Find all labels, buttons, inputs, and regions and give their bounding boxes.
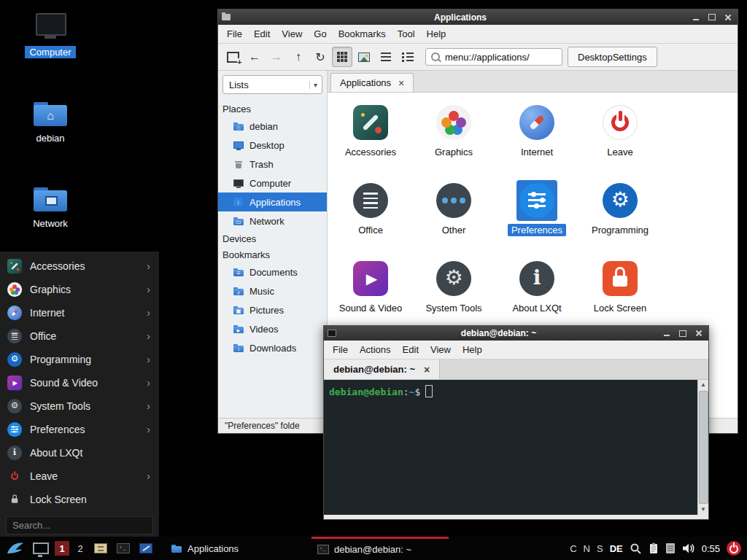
workspace-1-button[interactable]: 1 [55, 541, 69, 556]
show-desktop-button[interactable] [31, 538, 51, 559]
tab-applications[interactable]: Applications × [330, 73, 414, 92]
menu-item-lock-screen[interactable]: Lock Screen [0, 488, 159, 511]
sidebar-item-desktop[interactable]: Desktop [218, 136, 327, 155]
workspace-2-button[interactable]: 2 [73, 541, 88, 556]
window-resize-strip[interactable] [324, 515, 708, 519]
menu-item-sound-video[interactable]: Sound & Video › [0, 371, 159, 394]
up-button[interactable]: ↑ [288, 47, 309, 67]
clipboard-tray-icon[interactable] [649, 542, 659, 554]
sidebar-item-applications[interactable]: Applications [218, 192, 327, 211]
keyboard-layout-indicator[interactable]: DE [610, 543, 623, 554]
scrollbar[interactable]: ▲ ▼ [697, 380, 708, 515]
refresh-button[interactable]: ↻ [310, 47, 330, 67]
app-system-tools[interactable]: System Tools [412, 256, 495, 334]
menu-view[interactable]: View [425, 341, 457, 359]
app-sound-video[interactable]: Sound & Video [329, 256, 412, 334]
clock[interactable]: 0:55 [702, 543, 720, 554]
file-manager-menubar: File Edit View Go Bookmarks Tool Help [218, 25, 738, 44]
quicklaunch-terminal[interactable] [114, 539, 133, 558]
app-office[interactable]: Office [329, 178, 412, 256]
menu-item-preferences[interactable]: Preferences › [0, 418, 159, 441]
menu-item-office[interactable]: Office › [0, 324, 159, 348]
file-manager-titlebar[interactable]: Applications [218, 9, 738, 25]
sidebar-item-network[interactable]: Network [218, 211, 327, 230]
desktop-icon-computer[interactable]: Computer [16, 13, 85, 58]
sidebar-item-videos[interactable]: Videos [218, 319, 327, 338]
sidebar-mode-select[interactable]: Lists ▾ [222, 75, 322, 94]
quicklaunch-editor[interactable] [136, 539, 155, 558]
menu-item-about-lxqt[interactable]: About LXQt [0, 441, 159, 464]
menu-item-leave[interactable]: Leave › [0, 464, 159, 488]
app-other[interactable]: Other [412, 178, 495, 256]
sidebar-item-documents[interactable]: Documents [218, 262, 327, 281]
menu-file[interactable]: File [327, 341, 354, 359]
scroll-down-icon[interactable]: ▼ [700, 505, 706, 514]
close-button[interactable] [722, 12, 734, 23]
app-programming[interactable]: Programming [578, 178, 662, 256]
minimize-button[interactable] [661, 328, 673, 338]
app-about-lxqt[interactable]: About LXQt [495, 256, 578, 334]
sidebar-item-trash[interactable]: Trash [218, 155, 327, 174]
menu-view[interactable]: View [276, 25, 308, 43]
app-preferences[interactable]: Preferences [495, 178, 578, 256]
power-button[interactable] [727, 541, 741, 556]
panel-box-tray-icon[interactable] [665, 542, 676, 554]
tab-close-icon[interactable]: × [398, 78, 404, 88]
desktop-icon-network[interactable]: Network [16, 186, 85, 230]
menu-actions[interactable]: Actions [354, 341, 397, 359]
sidebar-item-downloads[interactable]: Downloads [218, 338, 327, 357]
thumbnail-view-button[interactable] [354, 47, 374, 67]
app-leave[interactable]: Leave [578, 100, 662, 178]
close-button[interactable] [693, 328, 705, 338]
forward-button[interactable]: → [266, 47, 287, 67]
menu-help[interactable]: Help [421, 25, 452, 43]
menu-tool[interactable]: Tool [392, 25, 421, 43]
icon-view-button[interactable] [332, 47, 352, 67]
menu-item-system-tools[interactable]: System Tools › [0, 394, 159, 418]
menu-search-input[interactable] [6, 516, 153, 534]
app-accessories[interactable]: Accessories [329, 100, 412, 178]
app-lock-screen[interactable]: Lock Screen [578, 256, 662, 334]
scrollbar-thumb[interactable] [699, 391, 708, 504]
menu-help[interactable]: Help [457, 341, 488, 359]
maximize-button[interactable] [677, 328, 689, 338]
terminal-view[interactable]: debian@debian:~$ [324, 380, 697, 515]
maximize-button[interactable] [706, 12, 718, 23]
terminal-tab[interactable]: debian@debian: ~ × [324, 359, 440, 379]
detailed-view-button[interactable] [398, 47, 418, 67]
menu-item-programming[interactable]: Programming › [0, 348, 159, 371]
desktop-settings-button[interactable]: DesktopSettings [568, 47, 657, 67]
menu-edit[interactable]: Edit [248, 25, 276, 43]
sidebar-item-music[interactable]: Music [218, 281, 327, 300]
tab-close-icon[interactable]: × [424, 365, 430, 375]
back-button[interactable]: ← [244, 47, 265, 67]
menu-go[interactable]: Go [308, 25, 332, 43]
menu-edit[interactable]: Edit [397, 341, 425, 359]
magnifier-tray-icon[interactable] [630, 542, 642, 555]
minimize-button[interactable] [690, 12, 702, 23]
menu-item-graphics[interactable]: Graphics › [0, 278, 159, 301]
start-menu-button[interactable] [4, 538, 27, 559]
sidebar-item-pictures[interactable]: Pictures [218, 300, 327, 319]
menu-item-accessories[interactable]: Accessories › [0, 254, 159, 278]
forward-icon: → [271, 50, 282, 63]
new-tab-button[interactable] [222, 47, 243, 67]
desktop: Computer ⌂ debian Network Accessories › … [0, 0, 747, 560]
app-internet[interactable]: Internet [495, 100, 578, 178]
task-applications[interactable]: Applications [165, 537, 308, 560]
sidebar-item-debian[interactable]: debian [218, 117, 327, 136]
sidebar-item-computer[interactable]: Computer [218, 174, 327, 192]
quicklaunch-file-manager[interactable] [91, 539, 110, 558]
menu-bookmarks[interactable]: Bookmarks [333, 25, 392, 43]
app-graphics[interactable]: Graphics [412, 100, 495, 178]
folder-documents-icon [233, 266, 244, 278]
menu-file[interactable]: File [221, 25, 248, 43]
desktop-icon-debian[interactable]: ⌂ debian [16, 101, 85, 144]
scroll-up-icon[interactable]: ▲ [700, 381, 706, 389]
terminal-titlebar[interactable]: debian@debian: ~ [324, 326, 708, 341]
address-bar[interactable]: menu://applications/ [425, 48, 562, 66]
volume-tray-icon[interactable] [682, 542, 695, 554]
compact-view-button[interactable] [376, 47, 396, 67]
menu-item-internet[interactable]: Internet › [0, 301, 159, 324]
task-terminal[interactable]: debian@debian: ~ [311, 537, 449, 560]
